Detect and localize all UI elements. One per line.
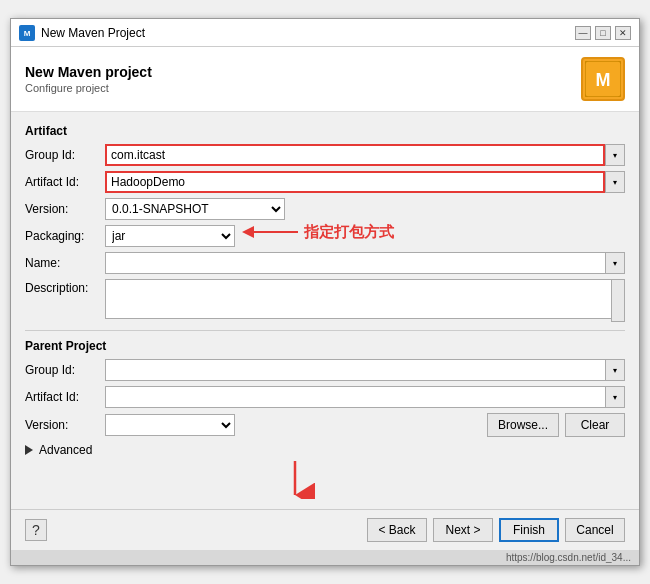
window-icon: M (19, 25, 35, 41)
parent-section-title: Parent Project (25, 339, 625, 353)
help-button[interactable]: ? (25, 519, 47, 541)
description-label: Description: (25, 279, 105, 295)
packaging-field: jar war pom (105, 225, 625, 247)
description-row: Description: (25, 279, 625, 322)
status-url: https://blog.csdn.net/id_34... (506, 552, 631, 563)
artifact-id-field: ▾ (105, 171, 625, 193)
dialog-title: New Maven project (25, 64, 152, 80)
expand-icon (25, 445, 33, 455)
maven-logo: M (581, 57, 625, 101)
dialog-subtitle: Configure project (25, 82, 152, 94)
maximize-button[interactable]: □ (595, 26, 611, 40)
main-window: M New Maven Project — □ ✕ New Maven proj… (10, 18, 640, 566)
version-row: Version: 0.0.1-SNAPSHOT (25, 198, 625, 220)
window-title: New Maven Project (41, 26, 575, 40)
parent-artifact-id-input[interactable] (105, 386, 605, 408)
artifact-id-dropdown-btn[interactable]: ▾ (605, 171, 625, 193)
name-input[interactable] (105, 252, 605, 274)
svg-text:M: M (596, 70, 611, 90)
description-field-wrapper (105, 279, 625, 322)
description-scrollbar[interactable] (611, 279, 625, 322)
clear-button[interactable]: Clear (565, 413, 625, 437)
parent-group-id-dropdown-btn[interactable]: ▾ (605, 359, 625, 381)
close-button[interactable]: ✕ (615, 26, 631, 40)
group-id-field: ▾ (105, 144, 625, 166)
big-arrow-container (25, 461, 625, 499)
next-button[interactable]: Next > (433, 518, 493, 542)
group-id-input[interactable] (105, 144, 605, 166)
header-text: New Maven project Configure project (25, 64, 152, 94)
name-field: ▾ (105, 252, 625, 274)
packaging-row: Packaging: jar war pom 指 (25, 225, 625, 247)
group-id-label: Group Id: (25, 148, 105, 162)
back-button[interactable]: < Back (367, 518, 427, 542)
browse-button[interactable]: Browse... (487, 413, 559, 437)
artifact-section-title: Artifact (25, 124, 625, 138)
name-row: Name: ▾ (25, 252, 625, 274)
advanced-row: Advanced (25, 443, 625, 457)
artifact-id-label: Artifact Id: (25, 175, 105, 189)
parent-artifact-id-field: ▾ (105, 386, 625, 408)
footer-nav: < Back Next > Finish Cancel (367, 518, 625, 542)
title-bar: M New Maven Project — □ ✕ (11, 19, 639, 47)
parent-version-row: Version: Browse... Clear (25, 413, 625, 437)
name-label: Name: (25, 256, 105, 270)
svg-text:M: M (24, 29, 31, 38)
name-dropdown-btn[interactable]: ▾ (605, 252, 625, 274)
parent-group-id-label: Group Id: (25, 363, 105, 377)
group-id-dropdown-btn[interactable]: ▾ (605, 144, 625, 166)
section-divider (25, 330, 625, 331)
version-field: 0.0.1-SNAPSHOT (105, 198, 625, 220)
big-arrow-svg (235, 461, 435, 499)
parent-artifact-id-label: Artifact Id: (25, 390, 105, 404)
parent-group-id-input[interactable] (105, 359, 605, 381)
packaging-label: Packaging: (25, 229, 105, 243)
parent-version-select[interactable] (105, 414, 235, 436)
footer: ? < Back Next > Finish Cancel (11, 509, 639, 550)
version-label: Version: (25, 202, 105, 216)
version-select[interactable]: 0.0.1-SNAPSHOT (105, 198, 285, 220)
advanced-label[interactable]: Advanced (39, 443, 92, 457)
group-id-row: Group Id: ▾ (25, 144, 625, 166)
finish-button[interactable]: Finish (499, 518, 559, 542)
parent-artifact-id-row: Artifact Id: ▾ (25, 386, 625, 408)
parent-artifact-id-dropdown-btn[interactable]: ▾ (605, 386, 625, 408)
parent-group-id-field: ▾ (105, 359, 625, 381)
form-content: Artifact Group Id: ▾ Artifact Id: ▾ (11, 112, 639, 509)
status-bar: https://blog.csdn.net/id_34... (11, 550, 639, 565)
parent-version-label: Version: (25, 418, 105, 432)
parent-group-id-row: Group Id: ▾ (25, 359, 625, 381)
title-controls: — □ ✕ (575, 26, 631, 40)
packaging-select[interactable]: jar war pom (105, 225, 235, 247)
description-input[interactable] (105, 279, 625, 319)
header-section: New Maven project Configure project M (11, 47, 639, 112)
parent-version-field: Browse... Clear (105, 413, 625, 437)
artifact-id-row: Artifact Id: ▾ (25, 171, 625, 193)
artifact-id-input[interactable] (105, 171, 605, 193)
cancel-button[interactable]: Cancel (565, 518, 625, 542)
minimize-button[interactable]: — (575, 26, 591, 40)
